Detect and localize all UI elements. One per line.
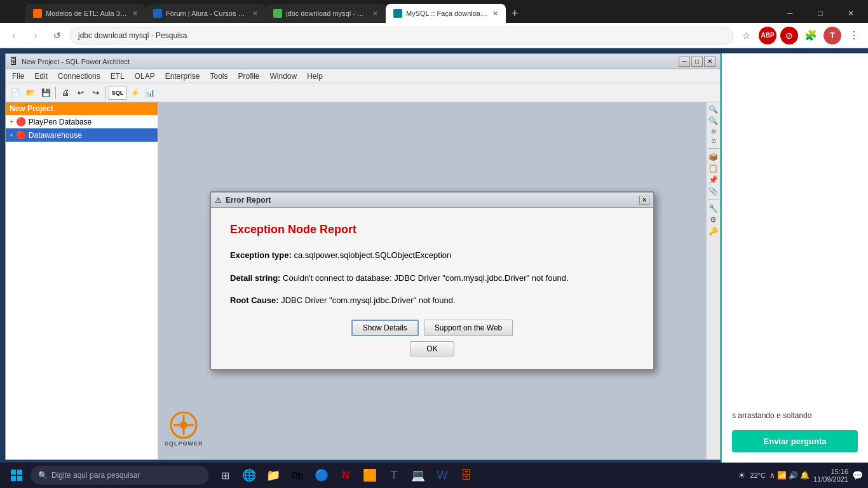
no-icon[interactable]: ⊘ — [780, 27, 798, 44]
tab2-favicon — [153, 9, 162, 18]
taskview-icon[interactable]: ⊞ — [214, 464, 236, 487]
menu-olap[interactable]: OLAP — [130, 71, 160, 82]
sidebar-item-playpen[interactable]: + 🔴 PlayPen Database — [6, 115, 158, 128]
menu-enterprise[interactable]: Enterprise — [160, 71, 205, 82]
panel-icon-6[interactable]: ⚙ — [710, 215, 717, 224]
search-icon: 🔍 — [38, 471, 48, 480]
support-on-web-button[interactable]: Support on the Web — [424, 320, 513, 336]
word-icon[interactable]: W — [431, 464, 454, 487]
windows-icon[interactable]: 💻 — [407, 464, 430, 487]
chevron-up-icon[interactable]: ∧ — [770, 471, 775, 480]
panel-icon-3[interactable]: 📌 — [709, 175, 718, 184]
enviar-pergunta-button[interactable]: Enviar pergunta — [732, 430, 858, 452]
extensions-button[interactable]: ABP — [759, 27, 776, 44]
chrome-icon[interactable]: 🔵 — [310, 464, 333, 487]
menu-edit[interactable]: Edit — [29, 71, 53, 82]
store-icon[interactable]: 🛍 — [286, 464, 309, 487]
toolbar-sql[interactable]: SQL — [109, 86, 126, 100]
start-button[interactable] — [5, 464, 28, 487]
taskbar-search-box[interactable]: 🔍 Digite aqui para pesquisar — [31, 466, 208, 485]
panel-icon-7[interactable]: 🔑 — [709, 227, 718, 236]
reload-button[interactable]: ↺ — [48, 27, 66, 44]
sql-main-canvas[interactable]: SQLPOWER ⚠ Error Report ✕ Exception Node — [158, 102, 706, 459]
address-bar[interactable]: jdbc download mysql - Pesquisa — [70, 27, 733, 44]
sql-menubar: File Edit Connections ETL OLAP Enterpris… — [6, 69, 720, 83]
menu-button[interactable]: ⋮ — [845, 27, 863, 44]
profile-avatar[interactable]: T — [824, 27, 841, 44]
new-tab-button[interactable]: + — [506, 4, 524, 22]
panel-icon-2[interactable]: 📋 — [709, 164, 718, 173]
zoom-fit-icon[interactable]: ⊕ — [711, 128, 716, 135]
menu-etl[interactable]: ETL — [105, 71, 130, 82]
menu-file[interactable]: File — [7, 71, 29, 82]
network-icon[interactable]: 📶 — [777, 471, 787, 480]
panel-separator — [708, 148, 719, 149]
detail-string-label: Detail string: — [230, 273, 280, 283]
toolbar-new[interactable]: 📄 — [8, 86, 22, 100]
taskbar: 🔍 Digite aqui para pesquisar ⊞ 🌐 📁 🛍 🔵 N… — [0, 463, 868, 488]
bookmark-button[interactable]: ☆ — [737, 27, 755, 44]
puzzle-icon[interactable]: 🧩 — [802, 27, 820, 44]
close-button[interactable]: ✕ — [836, 4, 865, 23]
detail-string-field: Detail string: Couldn't connect to datab… — [230, 272, 634, 285]
sidebar-item-datawarehouse[interactable]: + 🔴 Datawarehouse — [6, 128, 158, 142]
menu-connections[interactable]: Connections — [53, 71, 105, 82]
tab1-label: Modelos de ETL: Aula 3 - Ativida... — [46, 10, 128, 17]
menu-tools[interactable]: Tools — [205, 71, 233, 82]
sql-right-panel: 🔍 🔍 ⊕ ⊙ 📦 📋 📌 📎 🔧 ⚙ 🔑 — [706, 102, 720, 459]
toolbar-undo[interactable]: ↩ — [74, 86, 88, 100]
menu-profile[interactable]: Profile — [233, 71, 265, 82]
sql-window-title: New Project - SQL Power Architect — [22, 58, 678, 65]
tab3-close[interactable]: ✕ — [372, 10, 378, 18]
toolbar-print[interactable]: 🖨 — [58, 86, 72, 100]
back-button[interactable]: ‹ — [5, 27, 23, 44]
sql-minimize-button[interactable]: ─ — [679, 57, 690, 67]
browser-tab-4[interactable]: MySQL :: Faça download do MyS... ✕ — [386, 4, 506, 23]
toolbar-compare[interactable]: ⚡ — [128, 86, 142, 100]
toolbar-redo[interactable]: ↪ — [89, 86, 103, 100]
taskbar-time-date[interactable]: 15:16 11/09/2021 — [813, 468, 848, 483]
netflix-icon[interactable]: N — [334, 464, 357, 487]
sql-restore-button[interactable]: □ — [691, 57, 703, 67]
forward-button[interactable]: › — [27, 27, 44, 44]
browser-tab-1[interactable]: Modelos de ETL: Aula 3 - Ativida... ✕ — [25, 4, 146, 23]
error-dialog: ⚠ Error Report ✕ Exception Node Report E… — [210, 191, 654, 370]
ms-icon[interactable]: 🟧 — [358, 464, 381, 487]
toolbar-open[interactable]: 📂 — [24, 86, 37, 100]
show-details-button[interactable]: Show Details — [351, 320, 419, 336]
volume-icon[interactable]: 🔊 — [789, 471, 798, 480]
browser-tab-2[interactable]: Fórum | Alura - Cursos online de... ✕ — [146, 4, 266, 23]
tab4-close[interactable]: ✕ — [492, 10, 498, 18]
sql-toolbar: 📄 📂 💾 🖨 ↩ ↪ SQL ⚡ 📊 — [6, 83, 720, 102]
browser-tab-3[interactable]: jdbc download mysql - Pesquisa ✕ — [266, 4, 386, 23]
notification-icon[interactable]: 🔔 — [800, 471, 810, 480]
sql-close-button[interactable]: ✕ — [704, 57, 715, 67]
browser-tabs-bar: Modelos de ETL: Aula 3 - Ativida... ✕ Fó… — [0, 0, 868, 23]
panel-icon-1[interactable]: 📦 — [709, 152, 718, 161]
edge-icon[interactable]: 🌐 — [238, 464, 261, 487]
minimize-button[interactable]: ─ — [775, 4, 804, 23]
zoom-in-icon[interactable]: 🔍 — [709, 105, 718, 114]
explorer-icon[interactable]: 📁 — [262, 464, 285, 487]
tab4-favicon — [393, 9, 402, 18]
db-tool-icon[interactable]: 🗄 — [455, 464, 478, 487]
error-dialog-close-btn[interactable]: ✕ — [639, 196, 649, 205]
ok-button[interactable]: OK — [410, 341, 454, 356]
toolbar-chart[interactable]: 📊 — [143, 86, 157, 100]
menu-help[interactable]: Help — [302, 71, 328, 82]
panel-icon-5[interactable]: 🔧 — [709, 204, 718, 213]
zoom-out-icon[interactable]: 🔍 — [709, 116, 718, 125]
teams-icon[interactable]: T — [383, 464, 405, 487]
browser-toolbar: ‹ › ↺ jdbc download mysql - Pesquisa ☆ A… — [0, 23, 868, 48]
toolbar-save[interactable]: 💾 — [39, 86, 53, 100]
maximize-button[interactable]: □ — [806, 4, 835, 23]
zoom-reset-icon[interactable]: ⊙ — [711, 137, 716, 144]
tab1-close[interactable]: ✕ — [132, 10, 138, 18]
panel-icon-4[interactable]: 📎 — [709, 187, 718, 196]
notification-panel-icon[interactable]: 💬 — [852, 470, 863, 480]
tab3-favicon — [273, 9, 282, 18]
tab2-close[interactable]: ✕ — [252, 10, 258, 18]
menu-window[interactable]: Window — [265, 71, 302, 82]
root-cause-field: Root Cause: JDBC Driver "com.mysql.jdbc.… — [230, 294, 634, 307]
windows-logo-icon — [10, 469, 23, 482]
